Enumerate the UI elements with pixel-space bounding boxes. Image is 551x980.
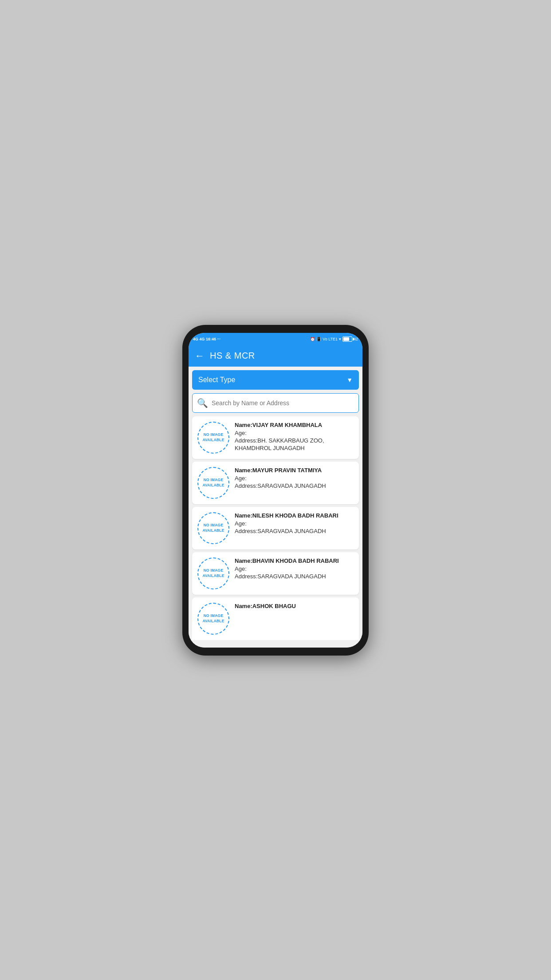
avatar: NO IMAGE AVAILABLE	[197, 603, 229, 635]
phone-frame: 4G 4G 16:46 ··· ⏰ 📳 Vo LTE1 ▾ 42 ← HS & …	[182, 325, 369, 656]
no-image-label: NO IMAGE AVAILABLE	[198, 613, 228, 623]
item-address: Address:BH. SAKKARBAUG ZOO, KHAMDHROL JU…	[235, 437, 354, 452]
list-item[interactable]: NO IMAGE AVAILABLE Name:BHAVIN KHODA BAD…	[192, 552, 359, 595]
network-icon: Vo LTE1	[323, 337, 338, 341]
search-icon: 🔍	[197, 398, 208, 408]
item-name: Name:BHAVIN KHODA BADH RABARI	[235, 557, 354, 565]
notification-icons: ⏰	[310, 337, 315, 341]
battery-fill	[343, 337, 349, 341]
avatar: NO IMAGE AVAILABLE	[197, 512, 229, 544]
list-item[interactable]: NO IMAGE AVAILABLE Name:NILESH KHODA BAD…	[192, 507, 359, 549]
item-age: Age:	[235, 520, 354, 527]
item-info: Name:BHAVIN KHODA BADH RABARI Age: Addre…	[235, 557, 354, 581]
no-image-label: NO IMAGE AVAILABLE	[198, 568, 228, 578]
wifi-icon: ▾	[339, 337, 341, 341]
content-area: Select Type ▼ 🔍 NO IMAGE AVAILABLE Name:…	[189, 367, 362, 648]
avatar: NO IMAGE AVAILABLE	[197, 422, 229, 454]
battery-icon	[342, 336, 352, 342]
status-right: ⏰ 📳 Vo LTE1 ▾ 42	[310, 336, 358, 342]
avatar: NO IMAGE AVAILABLE	[197, 557, 229, 589]
no-image-label: NO IMAGE AVAILABLE	[198, 523, 228, 533]
list-item[interactable]: NO IMAGE AVAILABLE Name:ASHOK BHAGU	[192, 597, 359, 640]
avatar: NO IMAGE AVAILABLE	[197, 467, 229, 499]
item-name: Name:ASHOK BHAGU	[235, 603, 354, 610]
signal-icons: 4G 4G 16:46 ···	[193, 337, 220, 341]
item-age: Age:	[235, 565, 354, 572]
item-address: Address:SARAGVADA JUNAGADH	[235, 573, 354, 581]
phone-screen: 4G 4G 16:46 ··· ⏰ 📳 Vo LTE1 ▾ 42 ← HS & …	[189, 333, 362, 648]
status-left: 4G 4G 16:46 ···	[193, 337, 220, 341]
item-info: Name:VIJAY RAM KHAMBHALA Age: Address:BH…	[235, 422, 354, 453]
list-item[interactable]: NO IMAGE AVAILABLE Name:VIJAY RAM KHAMBH…	[192, 416, 359, 459]
select-type-label: Select Type	[198, 376, 235, 384]
no-image-label: NO IMAGE AVAILABLE	[198, 478, 228, 487]
results-list: NO IMAGE AVAILABLE Name:VIJAY RAM KHAMBH…	[189, 416, 362, 648]
vibrate-icon: 📳	[316, 337, 321, 341]
no-image-label: NO IMAGE AVAILABLE	[198, 432, 228, 442]
app-header: ← HS & MCR	[189, 345, 362, 367]
item-age: Age:	[235, 475, 354, 482]
item-info: Name:NILESH KHODA BADH RABARI Age: Addre…	[235, 512, 354, 536]
item-address: Address:SARAGVADA JUNAGADH	[235, 482, 354, 490]
search-bar: 🔍	[192, 393, 359, 413]
item-name: Name:NILESH KHODA BADH RABARI	[235, 512, 354, 520]
status-bar: 4G 4G 16:46 ··· ⏰ 📳 Vo LTE1 ▾ 42	[189, 333, 362, 345]
item-name: Name:MAYUR PRAVIN TATMIYA	[235, 467, 354, 474]
app-title: HS & MCR	[210, 351, 255, 361]
back-button[interactable]: ←	[195, 351, 205, 361]
item-info: Name:MAYUR PRAVIN TATMIYA Age: Address:S…	[235, 467, 354, 490]
select-type-dropdown[interactable]: Select Type ▼	[192, 370, 359, 390]
list-item[interactable]: NO IMAGE AVAILABLE Name:MAYUR PRAVIN TAT…	[192, 462, 359, 504]
search-input[interactable]	[212, 399, 354, 407]
item-name: Name:VIJAY RAM KHAMBHALA	[235, 422, 354, 429]
item-info: Name:ASHOK BHAGU	[235, 603, 354, 610]
item-age: Age:	[235, 430, 354, 436]
battery-level: 42	[354, 337, 358, 341]
item-address: Address:SARAGVADA JUNAGADH	[235, 528, 354, 535]
chevron-down-icon: ▼	[346, 376, 353, 383]
